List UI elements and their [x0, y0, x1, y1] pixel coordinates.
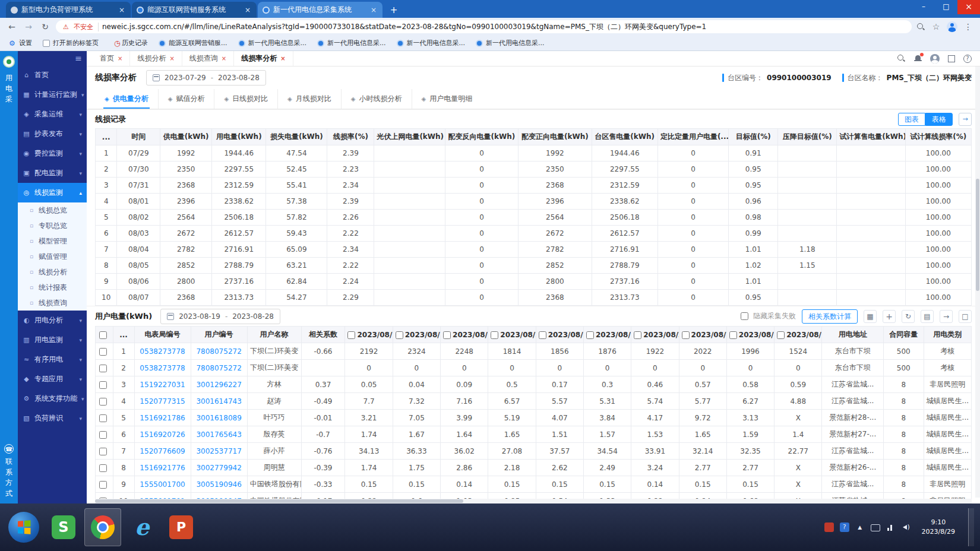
close-tab-icon[interactable] — [169, 55, 174, 62]
link-cell[interactable]: 1520777315 — [134, 393, 191, 410]
subtab-user-energy-detail[interactable]: 用户电量明细 — [412, 89, 482, 109]
close-button[interactable] — [957, 0, 980, 14]
link-cell[interactable]: 3001618089 — [191, 410, 247, 426]
collapse-sidebar-icon[interactable] — [75, 53, 82, 63]
search-icon[interactable] — [897, 54, 906, 63]
link-cell[interactable]: 0538273778 — [134, 343, 191, 360]
bookmark-site[interactable]: 新一代用电信息采... — [313, 37, 390, 49]
link-cell[interactable]: 3001296227 — [191, 376, 247, 393]
bookmark-site[interactable]: 新一代用电信息采... — [234, 37, 311, 49]
sidebar-item-collection-ops[interactable]: 采集运维 — [18, 104, 87, 124]
sidebar-item-load-identification[interactable]: 负荷辨识 — [18, 408, 87, 428]
user-energy-row[interactable]: 915550017003005190946中国铁塔股份有限-0.330.150.… — [96, 476, 972, 493]
hide-failed-toggle[interactable]: 隐藏采集失败 — [741, 311, 796, 321]
tray-app-icon[interactable] — [824, 522, 834, 532]
bookmark-history[interactable]: 历史记录 — [105, 37, 152, 49]
close-tab-icon[interactable] — [222, 55, 226, 62]
fullscreen-icon[interactable] — [948, 55, 955, 62]
user-avatar[interactable] — [930, 54, 940, 64]
subtab-monthly-loss-compare[interactable]: 月线损对比 — [278, 89, 342, 109]
loss-record-row[interactable]: 808/0528522788.7963.212.22028522788.7901… — [96, 258, 972, 274]
loss-record-row[interactable]: 207/3023502297.5552.452.23023502297.5500… — [96, 162, 972, 178]
header-checkbox[interactable] — [347, 331, 355, 339]
fullscreen-icon[interactable] — [959, 310, 972, 323]
user-energy-row[interactable]: 205382737787808075272下坝(二)环美变0000000000东… — [96, 360, 972, 376]
contact-button[interactable]: 联系方式 — [4, 444, 14, 499]
subtab-assignment-analysis[interactable]: 赋值分析 — [159, 89, 215, 109]
export-icon[interactable] — [940, 310, 953, 323]
tray-help-icon[interactable] — [840, 522, 849, 532]
show-desktop-button[interactable] — [968, 508, 974, 546]
chart-view-button[interactable]: 图表 — [898, 113, 925, 126]
sidebar-item-special-apps[interactable]: 专题应用 — [18, 369, 87, 389]
row-checkbox[interactable] — [99, 414, 107, 422]
loss-record-row[interactable]: 508/0225642506.1857.822.26025642506.1800… — [96, 210, 972, 226]
horizontal-scrollbar[interactable] — [95, 499, 972, 504]
sidebar-item-home[interactable]: 首页 — [18, 65, 87, 85]
sidebar-item-distribution-monitor[interactable]: 配电监测 — [18, 163, 87, 183]
column-header[interactable]: 2023/08/21 — [441, 327, 488, 343]
header-checkbox[interactable] — [99, 331, 107, 339]
link-cell[interactable]: 1555001700 — [134, 476, 191, 493]
subtab-supply-analysis[interactable]: 供电量分析 — [95, 89, 159, 109]
reload-icon[interactable] — [39, 22, 51, 31]
new-tab-button[interactable] — [386, 4, 402, 17]
row-checkbox[interactable] — [99, 448, 107, 455]
link-cell[interactable]: 3001765643 — [191, 426, 247, 443]
column-header[interactable]: 2023/08/24 — [583, 327, 631, 343]
header-checkbox[interactable] — [491, 331, 498, 339]
save-icon[interactable] — [921, 310, 934, 323]
back-icon[interactable] — [6, 22, 18, 31]
browser-tab[interactable]: 能源互联网营销服务系统 — [132, 2, 257, 18]
bookmark-site[interactable]: 能源互联网营销服... — [154, 37, 232, 49]
column-header[interactable]: 2023/08/25 — [631, 327, 679, 343]
help-icon[interactable] — [963, 55, 972, 63]
user-energy-row[interactable]: 815169217763002779942周明慧-0.391.741.752.8… — [96, 460, 972, 476]
subtab-daily-loss-compare[interactable]: 日线损对比 — [214, 89, 278, 109]
loss-record-row[interactable]: 107/2919921944.4647.542.39019921944.4600… — [96, 145, 972, 162]
minimize-button[interactable] — [912, 0, 935, 14]
user-energy-row[interactable]: 415207773153001614743赵涛-0.497.77.327.166… — [96, 393, 972, 410]
header-checkbox[interactable] — [586, 331, 594, 339]
user-energy-row[interactable]: 615169207263001765643殷存英-0.71.741.671.64… — [96, 426, 972, 443]
vertical-scrollbar[interactable] — [975, 66, 980, 498]
profile-icon[interactable] — [947, 21, 957, 32]
user-energy-row[interactable]: 315192270313001296227方林0.370.050.040.090… — [96, 376, 972, 393]
header-checkbox[interactable] — [729, 331, 737, 339]
security-label[interactable]: 不安全 — [74, 23, 99, 31]
maximize-button[interactable] — [935, 0, 957, 14]
sidebar-item-power-analysis[interactable]: 用电分析 — [18, 311, 87, 330]
sidebar-item-system-support[interactable]: 系统支撑功能 — [18, 389, 87, 408]
submenu-statistics-report[interactable]: 统计报表 — [18, 280, 87, 295]
loss-record-row[interactable]: 307/3123682312.5955.412.34023682312.5900… — [96, 178, 972, 194]
tray-up-arrow-icon[interactable] — [855, 522, 865, 532]
close-tab-icon[interactable] — [280, 55, 285, 62]
header-checkbox[interactable] — [777, 331, 785, 339]
loss-record-row[interactable]: 908/0628002737.1662.842.24028002737.1601… — [96, 274, 972, 290]
submenu-line-loss-overview[interactable]: 线损总览 — [18, 202, 87, 218]
bookmark-star-icon[interactable] — [930, 22, 942, 31]
header-checkbox[interactable] — [539, 331, 546, 339]
app-tab-line-loss-rate-analysis[interactable]: 线损率分析 — [234, 51, 293, 66]
row-checkbox[interactable] — [99, 398, 107, 406]
row-checkbox[interactable] — [99, 481, 107, 489]
bookmark-site[interactable]: 新一代用电信息采... — [393, 37, 470, 49]
row-checkbox[interactable] — [99, 348, 107, 356]
loss-record-row[interactable]: 408/0123962338.6257.382.39023962338.6200… — [96, 194, 972, 210]
export-icon[interactable] — [959, 113, 972, 126]
table-view-button[interactable]: 表格 — [925, 113, 953, 126]
link-cell[interactable]: 1520776609 — [134, 443, 191, 460]
sidebar-item-line-loss-monitor[interactable]: 线损监测 — [18, 183, 87, 202]
row-checkbox[interactable] — [99, 381, 107, 389]
app-tab-home[interactable]: 首页 — [93, 51, 130, 66]
column-header[interactable]: 2023/08/22 — [488, 327, 536, 343]
taskbar-clock[interactable]: 9:10 2023/8/29 — [917, 518, 960, 537]
column-header[interactable]: 2023/08/19 — [345, 327, 393, 343]
link-cell[interactable]: 1519227031 — [134, 376, 191, 393]
link-cell[interactable]: 1516921776 — [134, 460, 191, 476]
column-header[interactable]: 2023/08/26 — [679, 327, 726, 343]
correlation-calc-button[interactable]: 相关系数计算 — [802, 309, 858, 324]
app-tab-line-loss-query[interactable]: 线损查询 — [182, 51, 234, 66]
header-checkbox[interactable] — [682, 331, 690, 339]
sidebar-item-orderly-power[interactable]: 有序用电 — [18, 350, 87, 369]
